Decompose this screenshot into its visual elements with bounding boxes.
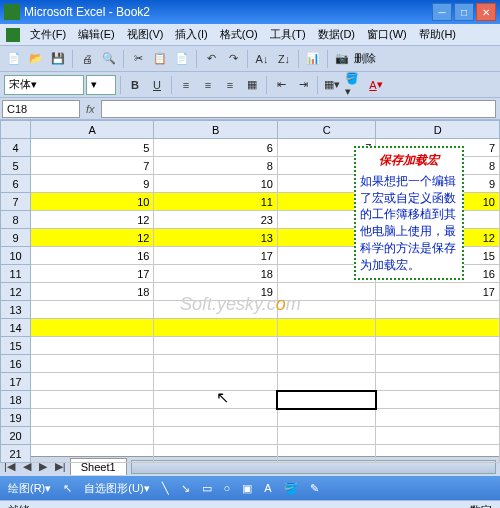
row-header[interactable]: 8	[1, 211, 31, 229]
cell[interactable]: 17	[154, 247, 277, 265]
cell[interactable]	[376, 373, 500, 391]
cell[interactable]: 17	[376, 283, 500, 301]
merge-icon[interactable]: ▦	[242, 75, 262, 95]
cell[interactable]	[376, 337, 500, 355]
font-size-select[interactable]: ▾	[86, 75, 116, 95]
row-header[interactable]: 5	[1, 157, 31, 175]
cell[interactable]: 16	[31, 247, 154, 265]
menu-window[interactable]: 窗口(W)	[367, 27, 407, 42]
row-header[interactable]: 7	[1, 193, 31, 211]
fx-icon[interactable]: fx	[86, 103, 95, 115]
menu-edit[interactable]: 编辑(E)	[78, 27, 115, 42]
cell[interactable]: 12	[31, 211, 154, 229]
cell[interactable]: 19	[154, 283, 277, 301]
menu-file[interactable]: 文件(F)	[30, 27, 66, 42]
font-name-select[interactable]: 宋体 ▾	[4, 75, 84, 95]
wordart-icon[interactable]: A	[260, 482, 275, 494]
print-icon[interactable]: 🖨	[77, 49, 97, 69]
open-icon[interactable]: 📂	[26, 49, 46, 69]
fill-color-icon[interactable]: 🪣▾	[344, 75, 364, 95]
cell[interactable]: 11	[154, 193, 277, 211]
cell[interactable]	[31, 301, 154, 319]
col-header[interactable]: D	[376, 121, 500, 139]
cell[interactable]: 23	[154, 211, 277, 229]
row-header[interactable]: 18	[1, 391, 31, 409]
arrow-icon[interactable]: ↘	[177, 482, 194, 495]
bold-icon[interactable]: B	[125, 75, 145, 95]
row-header[interactable]: 12	[1, 283, 31, 301]
cell[interactable]	[277, 445, 376, 463]
menu-view[interactable]: 视图(V)	[127, 27, 164, 42]
name-box[interactable]: C18	[2, 100, 80, 118]
cell[interactable]	[154, 319, 277, 337]
align-center-icon[interactable]: ≡	[198, 75, 218, 95]
cell[interactable]	[376, 445, 500, 463]
save-icon[interactable]: 💾	[48, 49, 68, 69]
cell[interactable]: 8	[154, 157, 277, 175]
cell[interactable]	[277, 427, 376, 445]
sort-desc-icon[interactable]: Z↓	[274, 49, 294, 69]
row-header[interactable]: 14	[1, 319, 31, 337]
cell[interactable]: 18	[31, 283, 154, 301]
line-icon[interactable]: ╲	[158, 482, 173, 495]
align-right-icon[interactable]: ≡	[220, 75, 240, 95]
col-header[interactable]: A	[31, 121, 154, 139]
cell[interactable]	[31, 337, 154, 355]
cell[interactable]	[154, 445, 277, 463]
cell[interactable]: 7	[31, 157, 154, 175]
col-header[interactable]: C	[277, 121, 376, 139]
cell[interactable]	[376, 319, 500, 337]
cell[interactable]	[376, 409, 500, 427]
minimize-button[interactable]: ─	[432, 3, 452, 21]
row-header[interactable]: 17	[1, 373, 31, 391]
row-header[interactable]: 4	[1, 139, 31, 157]
cell[interactable]	[376, 355, 500, 373]
autoshapes-menu[interactable]: 自选图形(U)▾	[80, 481, 153, 496]
cell[interactable]	[376, 301, 500, 319]
menu-help[interactable]: 帮助(H)	[419, 27, 456, 42]
delete-label[interactable]: 删除	[354, 51, 376, 66]
indent-dec-icon[interactable]: ⇤	[271, 75, 291, 95]
row-header[interactable]: 19	[1, 409, 31, 427]
cell[interactable]	[154, 301, 277, 319]
cell[interactable]: 10	[31, 193, 154, 211]
cell[interactable]	[376, 427, 500, 445]
cell[interactable]	[277, 319, 376, 337]
redo-icon[interactable]: ↷	[223, 49, 243, 69]
fill-icon[interactable]: 🪣	[280, 482, 302, 495]
copy-icon[interactable]: 📋	[150, 49, 170, 69]
cell[interactable]: 18	[154, 265, 277, 283]
cell[interactable]: 17	[31, 265, 154, 283]
new-icon[interactable]: 📄	[4, 49, 24, 69]
menu-format[interactable]: 格式(O)	[220, 27, 258, 42]
cell[interactable]	[277, 301, 376, 319]
cell[interactable]	[154, 355, 277, 373]
maximize-button[interactable]: □	[454, 3, 474, 21]
pointer-icon[interactable]: ↖	[59, 482, 76, 495]
select-all[interactable]	[1, 121, 31, 139]
cell[interactable]	[154, 409, 277, 427]
underline-icon[interactable]: U	[147, 75, 167, 95]
cell[interactable]	[31, 373, 154, 391]
row-header[interactable]: 13	[1, 301, 31, 319]
cell[interactable]	[154, 427, 277, 445]
undo-icon[interactable]: ↶	[201, 49, 221, 69]
row-header[interactable]: 9	[1, 229, 31, 247]
line-color-icon[interactable]: ✎	[306, 482, 323, 495]
cell[interactable]	[31, 427, 154, 445]
oval-icon[interactable]: ○	[220, 482, 235, 494]
cell[interactable]	[277, 283, 376, 301]
row-header[interactable]: 16	[1, 355, 31, 373]
draw-menu[interactable]: 绘图(R)▾	[4, 481, 55, 496]
menu-tools[interactable]: 工具(T)	[270, 27, 306, 42]
cell[interactable]	[277, 391, 376, 409]
preview-icon[interactable]: 🔍	[99, 49, 119, 69]
cell[interactable]	[31, 355, 154, 373]
cell[interactable]	[31, 319, 154, 337]
cut-icon[interactable]: ✂	[128, 49, 148, 69]
cell[interactable]	[277, 373, 376, 391]
worksheet-grid[interactable]: ABCD456775789869109710111081223912131210…	[0, 120, 500, 456]
close-button[interactable]: ✕	[476, 3, 496, 21]
col-header[interactable]: B	[154, 121, 277, 139]
cell[interactable]: 5	[31, 139, 154, 157]
